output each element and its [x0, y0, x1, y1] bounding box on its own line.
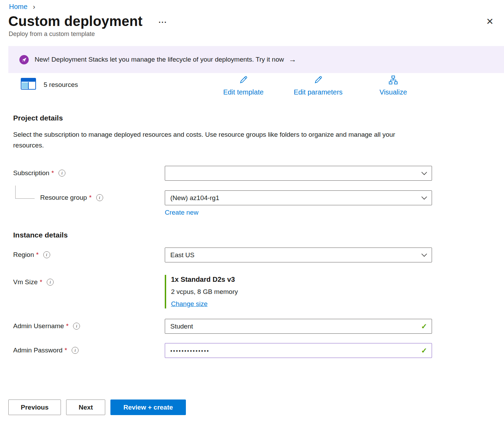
page-title: Custom deployment: [8, 14, 143, 29]
subscription-select[interactable]: [165, 166, 432, 181]
required-asterisk: *: [40, 278, 42, 286]
template-resources: 5 resources: [21, 78, 78, 91]
admin-password-input[interactable]: •••••••••••••• ✓: [165, 343, 432, 358]
pencil-icon: [313, 75, 323, 87]
subscription-label: Subscription: [13, 169, 50, 177]
admin-password-label: Admin Password: [13, 347, 63, 354]
review-create-button[interactable]: Review + create: [110, 399, 186, 415]
title-row: Custom deployment ··· ✕: [0, 11, 504, 29]
info-icon[interactable]: i: [73, 323, 80, 330]
template-bar: 5 resources Edit template Edit parameter…: [0, 74, 504, 101]
pencil-icon: [238, 75, 249, 87]
resource-group-select[interactable]: (New) az104-rg1: [165, 190, 432, 205]
vm-size-label: Vm Size: [13, 278, 38, 286]
admin-username-input[interactable]: Student ✓: [165, 319, 432, 334]
subscription-row: Subscription * i: [0, 166, 504, 181]
instance-details-heading: Instance details: [13, 231, 504, 239]
resource-group-value: (New) az104-rg1: [170, 194, 219, 202]
visualize-button[interactable]: Visualize: [373, 75, 413, 96]
edit-parameters-button[interactable]: Edit parameters: [287, 75, 350, 96]
resource-group-row: Resource group * i (New) az104-rg1 Creat…: [0, 190, 504, 216]
region-label: Region: [13, 251, 34, 259]
required-asterisk: *: [65, 347, 67, 354]
chevron-down-icon: [421, 196, 427, 200]
valid-check-icon: ✓: [421, 347, 427, 355]
resource-group-label: Resource group: [40, 194, 87, 201]
vm-size-title: 1x Standard D2s v3: [171, 276, 432, 284]
valid-check-icon: ✓: [421, 322, 427, 331]
page-subtitle: Deploy from a custom template: [0, 30, 504, 38]
breadcrumb-home-link[interactable]: Home: [9, 3, 27, 10]
project-details-heading: Project details: [13, 114, 504, 122]
region-value: East US: [170, 251, 195, 259]
admin-username-label: Admin Username: [13, 322, 64, 330]
breadcrumb-separator-icon: ›: [33, 3, 35, 10]
next-button[interactable]: Next: [66, 399, 105, 415]
custom-deployment-page: Home › Custom deployment ··· ✕ Deploy fr…: [0, 0, 504, 422]
deployment-stacks-banner: New! Deployment Stacks let you manage th…: [8, 46, 504, 73]
resources-count: 5 resources: [44, 81, 78, 89]
tree-connector: [15, 186, 35, 199]
breadcrumb: Home ›: [0, 0, 504, 11]
info-icon[interactable]: i: [43, 251, 50, 258]
vm-size-selection: 1x Standard D2s v3 2 vcpus, 8 GB memory …: [165, 275, 432, 308]
region-row: Region * i East US: [0, 248, 504, 262]
visualize-label: Visualize: [379, 88, 407, 96]
create-new-link[interactable]: Create new: [165, 209, 198, 216]
required-asterisk: *: [52, 169, 54, 177]
org-chart-icon: [388, 75, 398, 87]
previous-button[interactable]: Previous: [8, 399, 61, 415]
template-icon: [21, 78, 36, 91]
footer-actions: Previous Next Review + create: [8, 399, 504, 415]
edit-template-button[interactable]: Edit template: [214, 75, 273, 96]
required-asterisk: *: [36, 251, 38, 259]
region-select[interactable]: East US: [165, 248, 432, 262]
project-details-description: Select the subscription to manage deploy…: [13, 129, 411, 151]
banner-message: New! Deployment Stacks let you manage th…: [35, 56, 284, 63]
rocket-icon: [19, 55, 29, 64]
required-asterisk: *: [89, 194, 91, 201]
info-icon[interactable]: i: [96, 194, 103, 201]
info-icon[interactable]: i: [72, 347, 79, 354]
edit-template-label: Edit template: [223, 88, 264, 96]
arrow-right-icon[interactable]: →: [289, 55, 296, 64]
vm-size-detail: 2 vcpus, 8 GB memory: [171, 288, 432, 296]
admin-password-row: Admin Password * i •••••••••••••• ✓: [0, 343, 504, 358]
chevron-down-icon: [421, 172, 427, 175]
change-size-link[interactable]: Change size: [171, 300, 208, 308]
admin-username-row: Admin Username * i Student ✓: [0, 319, 504, 334]
close-icon[interactable]: ✕: [486, 17, 494, 26]
more-actions-button[interactable]: ···: [159, 18, 167, 29]
required-asterisk: *: [66, 322, 69, 330]
vm-size-row: Vm Size * i 1x Standard D2s v3 2 vcpus, …: [0, 275, 504, 308]
edit-parameters-label: Edit parameters: [294, 88, 342, 96]
admin-password-value: ••••••••••••••: [170, 347, 209, 354]
info-icon[interactable]: i: [47, 279, 54, 286]
chevron-down-icon: [421, 253, 427, 257]
admin-username-value: Student: [170, 323, 193, 330]
info-icon[interactable]: i: [58, 170, 65, 177]
